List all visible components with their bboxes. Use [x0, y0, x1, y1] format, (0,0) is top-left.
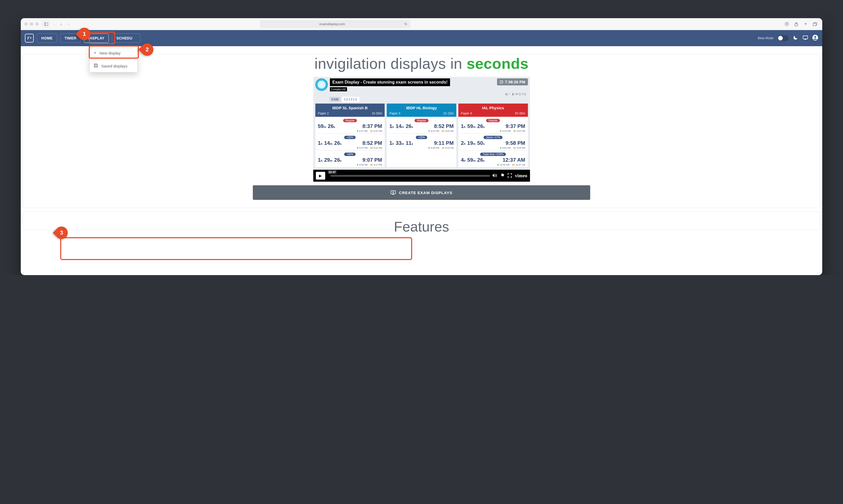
svg-rect-5	[813, 23, 816, 26]
end-time: 9:58 PM	[506, 140, 525, 146]
end-time: 9:11 PM	[434, 140, 454, 146]
dropdown-new-display[interactable]: + New display	[90, 47, 137, 59]
mini-times: 5' 9:32 PM30' 9:07 PM	[459, 130, 528, 133]
hero-accent: seconds	[467, 55, 529, 72]
download-icon[interactable]	[783, 21, 791, 28]
hero-lead: invigilation displays in	[314, 55, 462, 72]
close-dot[interactable]	[24, 22, 28, 26]
chip-code: 121212	[342, 97, 359, 102]
dropdown-item-label: New display	[100, 51, 121, 55]
vimeo-logo[interactable]: vimeo	[515, 173, 527, 179]
variant-pill: +50%	[344, 152, 356, 156]
gear-icon[interactable]	[500, 173, 505, 178]
page-content: invigilation displays in seconds Exam Di…	[21, 46, 822, 230]
reload-icon[interactable]: ↻	[405, 22, 407, 26]
tabs-icon[interactable]	[811, 21, 819, 28]
back-icon[interactable]: ‹	[58, 22, 64, 26]
timer-row: 1h 14m 26s 8:52 PM	[387, 123, 456, 130]
time-remaining: 1h 59m 26s	[461, 123, 485, 129]
highlight-box	[60, 237, 412, 260]
card-title: IAL Physics	[459, 104, 528, 111]
timer-row: 1h 33m 11s 9:11 PM	[387, 140, 456, 147]
variant-pill: Triple time +150%	[480, 152, 506, 156]
time-remaining: 59m 26s	[318, 123, 336, 129]
display-dropdown: + New display Saved displays	[89, 47, 138, 72]
mini-times: 5' 9:52 PM30' 9:28 PM	[459, 147, 528, 150]
video-channel: Lompla Ltd	[330, 87, 347, 91]
zoom-dot[interactable]	[35, 22, 39, 26]
seek-bar[interactable]	[330, 175, 490, 177]
exam-cards: IBDP SL Spanish B Paper 21h 00m Regular …	[313, 104, 530, 170]
time-remaining: 1h 14m 26s	[389, 123, 413, 129]
card-subtitle: Paper 42h 00m	[459, 111, 528, 117]
svg-rect-6	[803, 36, 808, 39]
dropdown-item-label: Saved displays	[101, 64, 127, 68]
dropdown-saved-displays[interactable]: Saved displays	[90, 59, 137, 72]
annotation-marker: 3	[54, 225, 69, 240]
svg-rect-0	[44, 22, 48, 25]
forward-icon[interactable]: ›	[66, 22, 71, 26]
timer-row: 2h 19m 50s 9:58 PM	[459, 140, 528, 147]
beta-mode-label: Beta Mode	[758, 36, 773, 40]
clock-badge: 7:38:26 PM	[497, 78, 528, 85]
video-title: Exam Display - Create stunning exam scre…	[330, 78, 450, 86]
app-logo-icon[interactable]	[25, 34, 34, 42]
end-time: 12:37 AM	[502, 157, 525, 163]
variant-pill: Regular	[343, 119, 357, 122]
nav-home[interactable]: HOME	[37, 34, 57, 43]
exam-card: IAL Physics Paper 42h 00m Regular 1h 59m…	[459, 104, 528, 167]
create-exam-displays-button[interactable]: CREATE EXAM DISPLAYS	[253, 185, 590, 200]
variant-pill: Regular	[414, 119, 428, 122]
video-embed[interactable]: Exam Display - Create stunning exam scre…	[313, 77, 530, 182]
mini-times: 5' 8:47 PM30' 8:22 PM	[315, 147, 385, 150]
video-timecode: 02:47	[328, 170, 337, 174]
time-remaining: 1h 33m 11s	[389, 140, 413, 146]
address-bar[interactable]: examdisplay.com ↻	[260, 20, 410, 28]
hero-heading: invigilation displays in seconds	[23, 55, 820, 72]
share-icon[interactable]	[793, 21, 800, 28]
volume-icon[interactable]	[492, 173, 497, 178]
timer-row: 4h 59m 26s 12:37 AM	[459, 157, 528, 163]
mini-times: 5' 9:06 PM30' 8:41 PM	[387, 147, 456, 150]
present-icon[interactable]	[803, 36, 808, 41]
svg-point-8	[814, 36, 816, 38]
card-subtitle: Paper 31h 15m	[387, 111, 456, 117]
end-time: 9:37 PM	[506, 123, 525, 129]
timer-row: 1h 29m 26s 9:07 PM	[315, 157, 385, 163]
chevron-down-icon[interactable]: ⌄	[51, 22, 57, 26]
variant-pill: +25%	[416, 136, 427, 139]
end-time: 9:07 PM	[363, 157, 382, 163]
annotation-marker: 2	[140, 42, 155, 57]
browser-titlebar: ⌄ ‹ › examdisplay.com ↻ +	[21, 18, 822, 30]
minimize-dot[interactable]	[30, 22, 33, 26]
timer-row: 59m 26s 8:37 PM	[315, 123, 385, 130]
address-text: examdisplay.com	[263, 22, 402, 26]
traffic-lights	[24, 22, 39, 26]
beta-mode-toggle[interactable]	[777, 35, 789, 41]
features-heading: Features	[23, 218, 820, 235]
end-time: 8:52 PM	[434, 123, 454, 129]
sidebar-toggle-icon[interactable]	[42, 21, 50, 28]
card-title: IBDP SL Spanish B	[315, 104, 385, 111]
account-icon[interactable]	[812, 35, 818, 42]
exam-card: IBDP SL Spanish B Paper 21h 00m Regular …	[315, 104, 385, 167]
plus-icon: +	[94, 50, 96, 56]
time-remaining: 4h 59m 26s	[461, 157, 485, 163]
cta-label: CREATE EXAM DISPLAYS	[399, 191, 452, 195]
mini-times: 5' 8:37 PM30' 8:37 PM	[315, 130, 385, 133]
end-time: 8:37 PM	[363, 123, 382, 129]
nav-schedule[interactable]: SCHEDU	[112, 34, 140, 43]
play-button[interactable]: ▶	[316, 172, 325, 180]
moon-icon[interactable]	[793, 35, 799, 41]
fullscreen-icon[interactable]	[508, 173, 512, 178]
mini-toolbar: ▤ ☾ ◐ ⊕ Q 3 ⊡	[329, 91, 528, 97]
channel-avatar[interactable]	[315, 78, 328, 91]
annotation-marker: 1	[77, 26, 92, 41]
time-remaining: 1h 29m 26s	[318, 157, 342, 163]
card-title: IBDP HL Biology	[387, 104, 456, 111]
mini-times: 5' 12:32 AM30' 12:07 AM	[459, 163, 528, 167]
time-remaining: 2h 19m 50s	[461, 140, 485, 146]
card-subtitle: Paper 21h 00m	[315, 111, 385, 117]
new-tab-icon[interactable]: +	[802, 21, 809, 28]
end-time: 8:52 PM	[363, 140, 382, 146]
